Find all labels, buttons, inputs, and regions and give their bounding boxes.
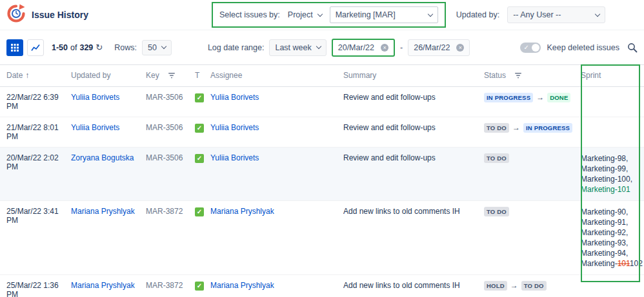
rows-dropdown[interactable]: 50 bbox=[142, 40, 172, 55]
transition-arrow-icon bbox=[536, 93, 544, 102]
project-value: Marketing [MAR] bbox=[336, 10, 396, 19]
column-label: T bbox=[195, 71, 199, 80]
cell-type bbox=[195, 274, 210, 297]
cell-updated-by: Mariana Pryshlyak bbox=[71, 274, 146, 297]
column-label: Date bbox=[6, 71, 23, 80]
cell-status: TO DOIN PROGRESS bbox=[484, 117, 581, 147]
clear-icon[interactable] bbox=[381, 44, 388, 52]
sprint-segment: Marketing-93, bbox=[581, 238, 628, 247]
transition-arrow-icon bbox=[510, 281, 518, 290]
date-preset-dropdown[interactable]: Last week bbox=[269, 39, 326, 56]
cell-assignee: Mariana Pryshlyak bbox=[210, 200, 343, 274]
cell-sprint bbox=[581, 117, 644, 147]
sprint-segment: 102 bbox=[630, 259, 643, 268]
cell-summary: Review and edit follow-ups bbox=[343, 147, 484, 200]
updated-by-link[interactable]: Yuliia Borivets bbox=[71, 93, 119, 102]
cell-assignee: Yuliia Borivets bbox=[210, 147, 343, 200]
chevron-down-icon bbox=[427, 11, 432, 16]
keep-deleted-toggle-group: Keep deleted issues bbox=[520, 43, 619, 53]
column-label: Status bbox=[484, 71, 506, 80]
cell-updated-by: Mariana Pryshlyak bbox=[71, 200, 146, 274]
assignee-link[interactable]: Yuliia Borivets bbox=[210, 123, 259, 132]
sprint-value: Marketing-100, bbox=[581, 174, 640, 184]
assignee-link[interactable]: Mariana Pryshlyak bbox=[210, 281, 274, 290]
updated-by-link[interactable]: Mariana Pryshlyak bbox=[71, 281, 135, 290]
pagination-total: 329 bbox=[79, 43, 93, 52]
column-label: Updated by bbox=[71, 71, 110, 80]
transition-arrow-icon bbox=[512, 123, 520, 132]
updated-by-link[interactable]: Mariana Pryshlyak bbox=[71, 207, 135, 216]
sprint-segment: Marketing-98, bbox=[581, 154, 628, 163]
page-title: Issue History bbox=[32, 10, 88, 20]
refresh-icon[interactable] bbox=[96, 43, 103, 52]
cell-key: MAR-3872 bbox=[146, 274, 195, 297]
sprint-value: Marketing-99, bbox=[581, 164, 640, 174]
log-date-range-label: Log date range: bbox=[208, 43, 265, 52]
cell-summary: Review and edit follow-ups bbox=[343, 86, 484, 117]
check-icon bbox=[523, 43, 528, 52]
keep-deleted-label: Keep deleted issues bbox=[547, 43, 619, 52]
cell-type bbox=[195, 117, 210, 147]
column-header-date[interactable]: Date bbox=[0, 65, 71, 87]
task-type-icon bbox=[195, 282, 204, 291]
project-dropdown[interactable]: Marketing [MAR] bbox=[330, 6, 438, 23]
status-badge: IN PROGRESS bbox=[484, 93, 533, 102]
status-badge: IN PROGRESS bbox=[523, 123, 572, 133]
line-chart-icon bbox=[31, 44, 40, 52]
updated-by-link[interactable]: Zoryana Bogutska bbox=[71, 153, 134, 162]
cell-sprint: Marketing-90,Marketing-91,Marketing-92,M… bbox=[581, 200, 644, 274]
cell-key: MAR-3506 bbox=[146, 147, 195, 200]
cell-key: MAR-3872 bbox=[146, 200, 195, 274]
filter-icon[interactable] bbox=[168, 72, 175, 81]
sprint-segment: Marketing-94, bbox=[581, 249, 628, 258]
cell-sprint bbox=[581, 86, 644, 117]
filter-icon[interactable] bbox=[515, 72, 521, 81]
cell-assignee: Mariana Pryshlyak bbox=[210, 274, 343, 297]
rows-value: 50 bbox=[148, 43, 157, 52]
pagination-range: 1-50 bbox=[52, 43, 68, 52]
cell-status: TO DO bbox=[484, 147, 581, 200]
chevron-down-icon bbox=[316, 44, 321, 49]
keep-deleted-toggle[interactable] bbox=[520, 43, 541, 53]
updated-by-link[interactable]: Yuliia Borivets bbox=[71, 123, 119, 132]
date-to-input[interactable]: 26/Mar/22 bbox=[408, 39, 470, 56]
cell-date: 22/Mar/22 6:39 PM bbox=[0, 86, 71, 117]
sprint-value: Marketing-92, bbox=[581, 227, 640, 238]
sprint-value: Marketing-90, bbox=[581, 207, 640, 217]
grid-view-button[interactable] bbox=[6, 39, 23, 56]
column-header-key[interactable]: Key bbox=[146, 65, 195, 87]
cell-type bbox=[195, 147, 210, 200]
updated-by-label: Updated by: bbox=[456, 10, 499, 19]
cell-type bbox=[195, 86, 210, 117]
sprint-value: Marketing-91, bbox=[581, 217, 640, 227]
cell-type bbox=[195, 200, 210, 274]
column-header-summary: Summary bbox=[343, 65, 484, 87]
table-row: 25/Mar/22 3:41 PMMariana PryshlyakMAR-38… bbox=[0, 200, 644, 274]
select-mode-dropdown[interactable]: Project bbox=[288, 10, 322, 19]
date-from-input[interactable]: 20/Mar/22 bbox=[332, 39, 395, 57]
toggle-knob bbox=[532, 44, 539, 52]
cell-summary: Review and edit follow-ups bbox=[343, 117, 484, 147]
cell-date: 25/Mar/22 3:41 PM bbox=[0, 200, 71, 274]
assignee-link[interactable]: Yuliia Borivets bbox=[210, 93, 259, 102]
chart-view-button[interactable] bbox=[27, 39, 44, 56]
select-mode-value: Project bbox=[288, 10, 313, 19]
status-transition: HOLDTO DO bbox=[484, 281, 577, 291]
sprint-segment: Marketing-92, bbox=[581, 228, 628, 237]
assignee-link[interactable]: Mariana Pryshlyak bbox=[210, 207, 274, 216]
column-header-status[interactable]: Status bbox=[484, 65, 581, 87]
sprint-value: Marketing-101102 bbox=[581, 258, 640, 269]
column-header-updated-by: Updated by bbox=[71, 65, 146, 87]
table-row: 22/Mar/22 6:39 PMYuliia BorivetsMAR-3506… bbox=[0, 86, 644, 117]
table-header-row: DateUpdated byKeyTAssigneeSummaryStatusS… bbox=[0, 65, 644, 87]
column-header-t: T bbox=[195, 65, 210, 87]
brand: Issue History bbox=[6, 4, 212, 26]
sprint-segment: Marketing-101 bbox=[581, 185, 630, 194]
assignee-link[interactable]: Yuliia Borivets bbox=[210, 153, 259, 162]
issue-history-app: Issue History Select issues by: Project … bbox=[0, 0, 644, 297]
cell-date: 20/Mar/22 2:02 PM bbox=[0, 147, 71, 200]
header-bar: Issue History Select issues by: Project … bbox=[0, 0, 644, 30]
clear-icon[interactable] bbox=[456, 44, 464, 52]
search-icon[interactable] bbox=[627, 43, 638, 53]
updated-by-dropdown[interactable]: -- Any User -- bbox=[507, 6, 605, 23]
